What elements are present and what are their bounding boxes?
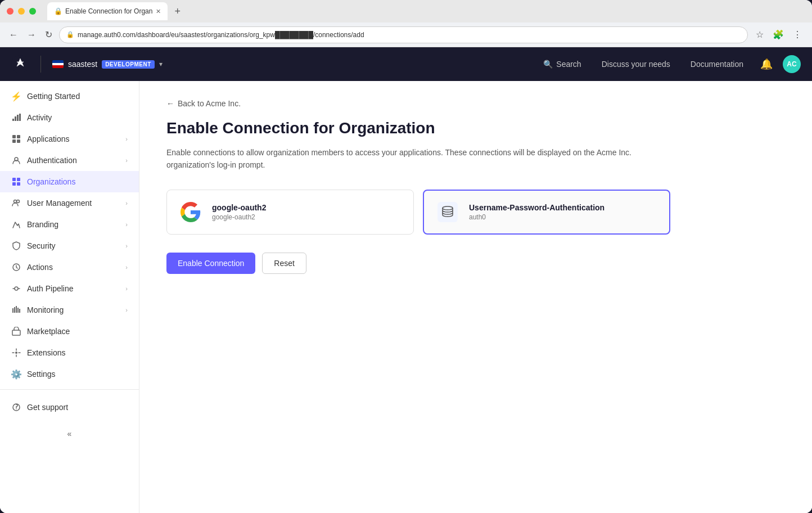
search-button[interactable]: 🔍 Search: [536, 56, 588, 72]
svg-rect-1: [12, 119, 14, 121]
search-label: Search: [556, 60, 581, 69]
auth0-logo: [11, 55, 29, 73]
svg-rect-18: [14, 307, 15, 313]
notifications-button[interactable]: 🔔: [757, 55, 776, 74]
sidebar-item-getting-started[interactable]: ⚡ Getting Started: [0, 86, 139, 107]
app-container: saastest DEVELOPMENT ▾ 🔍 Search Discuss …: [0, 47, 812, 513]
back-button[interactable]: ←: [7, 28, 20, 42]
branding-icon: [11, 219, 21, 230]
sidebar-item-auth-pipeline[interactable]: Auth Pipeline ›: [0, 278, 139, 299]
applications-icon: [11, 134, 21, 144]
tenant-name: saastest: [68, 60, 97, 69]
activity-icon: [11, 112, 21, 123]
minimize-dot[interactable]: [18, 8, 25, 15]
authentication-icon: [11, 155, 21, 165]
browser-toolbar: ← → ↻ 🔒 manage.auth0.com/dashboard/eu/sa…: [0, 22, 812, 47]
sidebar-label: Getting Started: [27, 92, 128, 101]
connection-card-username-password[interactable]: Username-Password-Authentication auth0: [423, 190, 670, 235]
svg-rect-4: [19, 114, 21, 121]
sidebar: ⚡ Getting Started Activity Applications …: [0, 81, 139, 513]
tenant-chevron-icon: ▾: [159, 60, 163, 68]
close-dot[interactable]: [7, 8, 13, 15]
reset-button[interactable]: Reset: [262, 253, 306, 274]
sidebar-label: Get support: [27, 403, 128, 412]
sidebar-item-user-management[interactable]: User Management ›: [0, 192, 139, 214]
chevron-right-icon: ›: [125, 221, 128, 228]
support-icon: [11, 402, 21, 412]
connection-card-google[interactable]: google-oauth2 google-oauth2: [166, 190, 414, 235]
address-url: manage.auth0.com/dashboard/eu/saastest/o…: [78, 31, 364, 39]
svg-rect-12: [12, 182, 16, 186]
svg-rect-5: [12, 135, 16, 138]
page-title: Enable Connection for Organization: [166, 119, 785, 137]
sidebar-label: Actions: [27, 263, 120, 272]
extensions-icon: [11, 348, 21, 358]
svg-rect-6: [17, 135, 20, 138]
google-connection-info: google-oauth2 google-oauth2: [212, 203, 266, 221]
database-svg: [441, 205, 454, 219]
sidebar-item-branding[interactable]: Branding ›: [0, 214, 139, 235]
svg-rect-20: [17, 308, 19, 313]
chevron-right-icon: ›: [125, 157, 128, 164]
chevron-right-icon: ›: [125, 136, 128, 142]
db-connection-info: Username-Password-Authentication auth0: [469, 203, 605, 221]
lock-icon: 🔒: [66, 31, 74, 38]
sidebar-item-actions[interactable]: Actions ›: [0, 256, 139, 278]
enable-connection-button[interactable]: Enable Connection: [166, 253, 255, 274]
bookmark-button[interactable]: ☆: [752, 27, 767, 42]
top-nav: saastest DEVELOPMENT ▾ 🔍 Search Discuss …: [0, 47, 812, 81]
actions-icon: [11, 262, 21, 272]
tab-close-button[interactable]: ✕: [156, 8, 161, 15]
collapse-sidebar-button[interactable]: «: [0, 425, 139, 443]
user-management-icon: [11, 198, 21, 208]
action-buttons: Enable Connection Reset: [166, 253, 785, 274]
sidebar-label: Monitoring: [27, 305, 120, 314]
tenant-area[interactable]: saastest DEVELOPMENT ▾: [52, 60, 163, 69]
tenant-flag: [52, 60, 64, 68]
database-icon: [437, 202, 458, 222]
svg-rect-10: [12, 178, 16, 181]
auth-pipeline-icon: [11, 284, 21, 294]
sidebar-item-extensions[interactable]: Extensions: [0, 342, 139, 363]
google-connection-sub: google-oauth2: [212, 213, 266, 221]
svg-point-15: [17, 200, 20, 203]
extensions-button[interactable]: 🧩: [769, 27, 787, 42]
discuss-button[interactable]: Discuss your needs: [595, 56, 677, 72]
sidebar-item-organizations[interactable]: Organizations: [0, 171, 139, 192]
more-button[interactable]: ⋮: [790, 27, 805, 42]
logo-area: [11, 55, 29, 73]
sidebar-item-monitoring[interactable]: Monitoring ›: [0, 299, 139, 321]
sidebar-item-marketplace[interactable]: Marketplace: [0, 321, 139, 342]
sidebar-item-security[interactable]: Security ›: [0, 235, 139, 256]
organizations-icon: [11, 177, 21, 187]
sidebar-item-authentication[interactable]: Authentication ›: [0, 150, 139, 171]
back-link-label: Back to Acme Inc.: [178, 99, 241, 108]
back-link[interactable]: ← Back to Acme Inc.: [166, 99, 785, 108]
browser-tab[interactable]: 🔒 Enable Connection for Organ ✕: [47, 2, 168, 20]
svg-point-23: [15, 352, 17, 354]
maximize-dot[interactable]: [29, 8, 36, 15]
sidebar-item-activity[interactable]: Activity: [0, 107, 139, 128]
new-tab-button[interactable]: +: [174, 6, 181, 17]
documentation-button[interactable]: Documentation: [684, 56, 750, 72]
browser-titlebar: 🔒 Enable Connection for Organ ✕ +: [0, 0, 812, 22]
sidebar-label: Authentication: [27, 156, 120, 165]
monitoring-icon: [11, 305, 21, 315]
search-icon: 🔍: [543, 60, 553, 69]
svg-rect-22: [12, 330, 20, 335]
tab-favicon: 🔒: [54, 7, 62, 15]
sidebar-item-settings[interactable]: ⚙️ Settings: [0, 363, 139, 385]
forward-button[interactable]: →: [25, 28, 38, 42]
sidebar-label: Branding: [27, 220, 120, 229]
tab-title: Enable Connection for Organ: [65, 7, 152, 15]
sidebar-item-applications[interactable]: Applications ›: [0, 128, 139, 150]
address-bar[interactable]: 🔒 manage.auth0.com/dashboard/eu/saastest…: [59, 26, 748, 43]
nav-divider: [40, 56, 41, 73]
reload-button[interactable]: ↻: [43, 27, 55, 42]
sidebar-footer: Get support: [0, 389, 139, 425]
db-connection-icon: [435, 200, 460, 224]
chevron-right-icon: ›: [125, 307, 128, 313]
avatar[interactable]: AC: [783, 55, 801, 73]
sidebar-item-get-support[interactable]: Get support: [11, 399, 128, 416]
google-connection-name: google-oauth2: [212, 203, 266, 212]
